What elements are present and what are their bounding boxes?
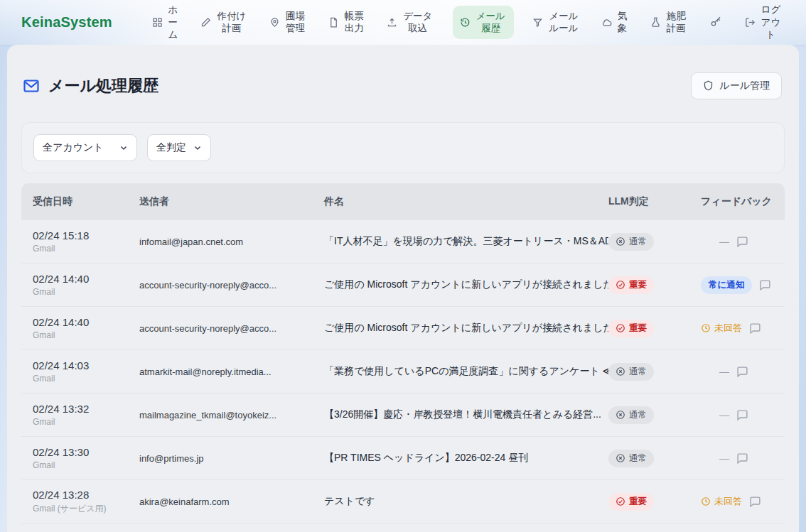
judgement-filter-select[interactable]: 全判定 <box>147 134 211 161</box>
subject: テストです <box>324 495 608 508</box>
pencil-icon <box>200 17 211 28</box>
shield-icon <box>703 80 714 91</box>
x-circle-icon <box>616 453 625 463</box>
nav-item-report-output[interactable]: 帳票出力 <box>326 6 368 38</box>
received-datetime: 02/24 13:30 <box>33 446 139 458</box>
nav-item-field-management[interactable]: 圃場管理 <box>267 6 309 38</box>
home-grid-icon <box>152 17 163 28</box>
llm-judgement-badge: 重要 <box>608 493 654 511</box>
filter-card: 全アカウント 全判定 <box>21 122 785 173</box>
col-llm-judgement: LLM判定 <box>608 195 701 208</box>
chevron-down-icon <box>193 143 202 152</box>
feedback-empty: — <box>719 452 729 464</box>
top-navigation-bar: KeinaSystem ホーム 作付け計画 圃場管理 帳票出力 <box>0 0 806 45</box>
nav-label: 帳票出力 <box>343 10 365 35</box>
feedback-empty: — <box>719 366 729 377</box>
table-row[interactable]: 02/24 13:32Gmail mailmagazine_tkmail@toy… <box>21 393 785 437</box>
nav-label: 圃場管理 <box>284 10 306 35</box>
x-circle-icon <box>616 367 625 376</box>
nav-item-mail-rules[interactable]: メールルール <box>530 6 582 38</box>
table-row[interactable]: 02/24 13:30Gmail info@prtimes.jp 【PR TIM… <box>21 437 785 480</box>
history-icon <box>460 17 471 28</box>
nav-item-planting-plan[interactable]: 作付け計画 <box>198 6 250 38</box>
table-row[interactable]: 02/24 13:28Gmail (サービス用) akira@keinafarm… <box>21 480 785 523</box>
feedback-empty: — <box>719 236 729 247</box>
comment-icon[interactable] <box>749 496 761 508</box>
received-datetime: 02/24 13:32 <box>33 403 139 415</box>
logout-icon <box>745 17 756 28</box>
comment-icon[interactable] <box>736 366 748 378</box>
received-datetime: 02/24 14:40 <box>33 273 139 285</box>
nav-label: ログアウト <box>760 4 782 41</box>
account-label: Gmail (サービス用) <box>33 503 139 515</box>
sender: infomail@japan.cnet.com <box>139 237 324 247</box>
upload-icon <box>387 17 397 28</box>
main-nav: ホーム 作付け計画 圃場管理 帳票出力 データ取込 <box>149 0 785 45</box>
subject: 「業務で使用しているPCの満足度調査」に関するアンケート ≪... <box>324 365 608 378</box>
table-row[interactable]: 02/24 14:03Gmail atmarkit-mail@noreply.i… <box>21 350 785 393</box>
nav-label: データ取込 <box>402 10 434 35</box>
nav-label: 施肥計画 <box>665 10 687 35</box>
comment-icon[interactable] <box>749 322 761 335</box>
nav-item-fertilizer-plan[interactable]: 施肥計画 <box>648 6 690 38</box>
nav-item-data-import[interactable]: データ取込 <box>384 6 436 38</box>
api-key-button[interactable] <box>706 12 726 32</box>
comment-icon[interactable] <box>736 452 748 465</box>
account-label: Gmail <box>33 244 139 254</box>
received-datetime: 02/24 15:18 <box>33 229 139 241</box>
check-circle-icon <box>616 280 625 290</box>
nav-item-logout[interactable]: ログアウト <box>742 0 785 45</box>
nav-label: 気象 <box>616 10 628 35</box>
chevron-down-icon <box>119 143 128 152</box>
subject: ご使用の Microsoft アカウントに新しいアプリが接続されました <box>324 278 608 291</box>
sender: akira@keinafarm.com <box>139 496 324 507</box>
comment-icon[interactable] <box>736 409 748 421</box>
nav-label: 作付け計画 <box>215 10 247 35</box>
page-header: メール処理履歴 ルール管理 <box>21 45 785 107</box>
nav-item-home[interactable]: ホーム <box>149 0 182 45</box>
table-row[interactable]: 02/24 12:10Gmail digital@kochinews.jp 四万… <box>21 523 785 532</box>
nav-label: メールルール <box>547 10 579 35</box>
key-icon <box>710 16 721 28</box>
subject: ご使用の Microsoft アカウントに新しいアプリが接続されました <box>324 322 608 335</box>
subject: 【PR TIMES ヘッドライン】2026-02-24 昼刊 <box>324 452 608 465</box>
table-row[interactable]: 02/24 14:40Gmail account-security-norepl… <box>21 264 785 307</box>
subject: 「IT人材不足」を現場の力で解決。三菱オートリース・MS＆AD... <box>324 235 608 248</box>
comment-icon[interactable] <box>759 279 771 291</box>
table-header-row: 受信日時 送信者 件名 LLM判定 フィードバック <box>21 183 785 220</box>
account-label: Gmail <box>33 374 139 384</box>
nav-label: メール履歴 <box>475 10 507 35</box>
feedback-badge-notify: 常に通知 <box>701 276 752 294</box>
llm-judgement-badge: 重要 <box>608 320 654 337</box>
col-subject: 件名 <box>324 195 608 208</box>
comment-icon[interactable] <box>736 236 748 248</box>
subject: 【3/26開催】慶応・岸教授登壇！横川電機責任者とみる経営... <box>324 408 608 421</box>
check-circle-icon <box>616 496 625 506</box>
llm-judgement-badge: 重要 <box>608 276 654 294</box>
received-datetime: 02/24 14:40 <box>33 316 139 328</box>
account-filter-select[interactable]: 全アカウント <box>33 134 137 161</box>
nav-label: ホーム <box>167 4 179 41</box>
account-filter-value: 全アカウント <box>43 141 104 154</box>
table-row[interactable]: 02/24 15:18Gmail infomail@japan.cnet.com… <box>21 220 785 264</box>
rule-management-button[interactable]: ルール管理 <box>691 72 782 99</box>
received-datetime: 02/24 14:03 <box>33 359 139 371</box>
nav-item-mail-history[interactable]: メール履歴 <box>453 6 514 39</box>
clock-icon <box>701 496 711 506</box>
document-icon <box>328 17 339 28</box>
col-feedback: フィードバック <box>701 195 773 208</box>
llm-judgement-badge: 通常 <box>608 233 654 251</box>
nav-item-weather[interactable]: 気象 <box>598 6 631 38</box>
feedback-empty: — <box>719 409 729 420</box>
x-circle-icon <box>616 237 625 246</box>
llm-judgement-badge: 通常 <box>608 363 654 381</box>
mail-history-table: 受信日時 送信者 件名 LLM判定 フィードバック 02/24 15:18Gma… <box>21 183 785 532</box>
judgement-filter-value: 全判定 <box>156 141 186 154</box>
app-logo[interactable]: KeinaSystem <box>21 14 112 31</box>
account-label: Gmail <box>33 417 139 427</box>
main-content-panel: メール処理履歴 ルール管理 全アカウント 全判定 受信日時 送信者 件 <box>7 45 799 532</box>
map-pin-icon <box>269 17 280 28</box>
x-circle-icon <box>616 410 625 420</box>
table-row[interactable]: 02/24 14:40Gmail account-security-norepl… <box>21 307 785 350</box>
received-datetime: 02/24 13:28 <box>33 489 139 501</box>
